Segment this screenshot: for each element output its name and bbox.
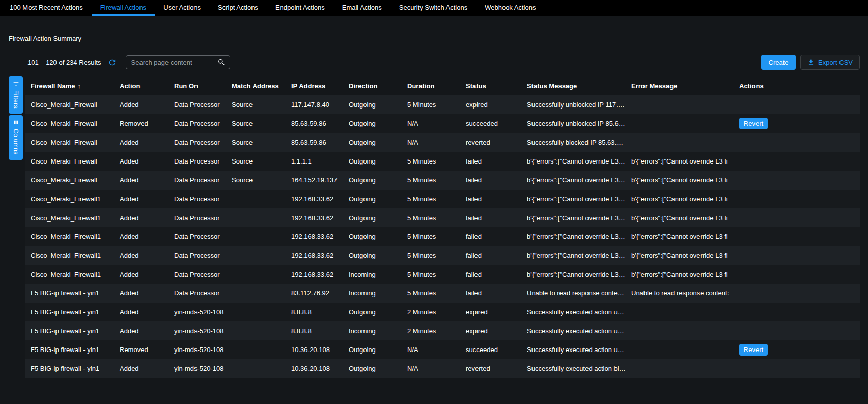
cell-status: failed <box>461 171 522 190</box>
cell-status: failed <box>461 265 522 284</box>
revert-button[interactable]: Revert <box>739 344 768 356</box>
cell-duration: 5 Minutes <box>402 190 461 208</box>
tab-webhook-actions[interactable]: Webhook Actions <box>476 0 544 16</box>
tab-firewall-actions[interactable]: Firewall Actions <box>92 0 155 16</box>
cell-direction: Outgoing <box>344 114 402 133</box>
cell-error-message: b'{"errors":["Cannot override L3 fi <box>626 246 734 265</box>
column-header-firewall-name[interactable]: Firewall Name ↑ <box>25 76 115 95</box>
cell-firewall-name: F5 BIG-ip firewall - yin1 <box>25 359 115 378</box>
cell-ip-address: 117.147.8.40 <box>286 95 344 114</box>
cell-duration: 5 Minutes <box>402 95 461 114</box>
cell-actions <box>734 321 860 340</box>
search-input[interactable] <box>131 59 217 66</box>
cell-direction: Outgoing <box>344 152 402 171</box>
column-header-status-message[interactable]: Status Message <box>522 76 626 95</box>
cell-ip-address: 192.168.33.62 <box>286 208 344 227</box>
cell-status: succeeded <box>461 114 522 133</box>
column-header-action[interactable]: Action <box>115 76 169 95</box>
cell-status-message: b'{"errors":["Cannot override L3… <box>522 208 626 227</box>
cell-duration: 5 Minutes <box>402 246 461 265</box>
tab-100-most-recent-actions[interactable]: 100 Most Recent Actions <box>1 0 92 16</box>
results-count: 101 – 120 of 234 Results <box>27 59 101 66</box>
filters-panel-tab[interactable]: Filters <box>9 76 23 114</box>
cell-match-address <box>227 246 286 265</box>
cell-run-on: yin-mds-520-108 <box>169 303 227 321</box>
cell-action: Added <box>115 171 169 190</box>
cell-run-on: yin-mds-520-108 <box>169 359 227 378</box>
column-header-direction[interactable]: Direction <box>344 76 402 95</box>
tab-script-actions[interactable]: Script Actions <box>209 0 267 16</box>
column-header-duration[interactable]: Duration <box>402 76 461 95</box>
cell-actions <box>734 208 860 227</box>
cell-actions <box>734 284 860 303</box>
cell-run-on: Data Processor <box>169 227 227 246</box>
cell-ip-address: 10.36.20.108 <box>286 359 344 378</box>
cell-ip-address: 10.36.20.108 <box>286 340 344 359</box>
cell-firewall-name: Cisco_Meraki_Firewall <box>25 95 115 114</box>
column-header-run-on[interactable]: Run On <box>169 76 227 95</box>
cell-status: failed <box>461 190 522 208</box>
cell-action: Added <box>115 152 169 171</box>
cell-firewall-name: Cisco_Meraki_Firewall1 <box>25 190 115 208</box>
tab-user-actions[interactable]: User Actions <box>155 0 209 16</box>
tab-email-actions[interactable]: Email Actions <box>333 0 390 16</box>
tab-endpoint-actions[interactable]: Endpoint Actions <box>267 0 333 16</box>
cell-ip-address: 192.168.33.62 <box>286 227 344 246</box>
cell-run-on: Data Processor <box>169 190 227 208</box>
cell-status: failed <box>461 152 522 171</box>
table-row: Cisco_Meraki_Firewall1 Added Data Proces… <box>25 246 860 265</box>
cell-actions: Revert <box>734 340 860 359</box>
create-button[interactable]: Create <box>761 55 796 70</box>
cell-match-address: Source <box>227 171 286 190</box>
cell-firewall-name: Cisco_Meraki_Firewall1 <box>25 227 115 246</box>
cell-actions <box>734 95 860 114</box>
cell-ip-address: 85.63.59.86 <box>286 114 344 133</box>
cell-action: Added <box>115 303 169 321</box>
cell-match-address <box>227 190 286 208</box>
cell-error-message <box>626 133 734 152</box>
table-row: Cisco_Meraki_Firewall Added Data Process… <box>25 152 860 171</box>
cell-duration: 5 Minutes <box>402 152 461 171</box>
cell-duration: 2 Minutes <box>402 303 461 321</box>
column-header-error-message[interactable]: Error Message <box>626 76 734 95</box>
cell-action: Added <box>115 321 169 340</box>
cell-status: expired <box>461 321 522 340</box>
cell-status: failed <box>461 284 522 303</box>
revert-button[interactable]: Revert <box>739 118 768 129</box>
column-header-ip-address[interactable]: IP Address <box>286 76 344 95</box>
column-header-match-address[interactable]: Match Address <box>227 76 286 95</box>
cell-direction: Outgoing <box>344 227 402 246</box>
cell-direction: Outgoing <box>344 95 402 114</box>
cell-action: Removed <box>115 114 169 133</box>
cell-status-message: b'{"errors":["Cannot override L3… <box>522 190 626 208</box>
columns-panel-tab[interactable]: Columns <box>9 115 23 160</box>
cell-direction: Incoming <box>344 321 402 340</box>
cell-run-on: Data Processor <box>169 95 227 114</box>
cell-run-on: yin-mds-520-108 <box>169 340 227 359</box>
tab-security-switch-actions[interactable]: Security Switch Actions <box>390 0 476 16</box>
cell-duration: 5 Minutes <box>402 171 461 190</box>
cell-duration: 5 Minutes <box>402 265 461 284</box>
cell-firewall-name: Cisco_Meraki_Firewall1 <box>25 246 115 265</box>
firewall-actions-table: Firewall Name ↑ Action Run On Match Addr… <box>25 76 860 378</box>
cell-firewall-name: Cisco_Meraki_Firewall <box>25 114 115 133</box>
export-csv-button[interactable]: Export CSV <box>800 55 860 70</box>
search-icon <box>217 58 226 66</box>
cell-status-message: Successfully executed action bl… <box>522 359 626 378</box>
cell-match-address <box>227 208 286 227</box>
cell-action: Added <box>115 95 169 114</box>
cell-duration: 2 Minutes <box>402 321 461 340</box>
cell-action: Added <box>115 246 169 265</box>
cell-direction: Outgoing <box>344 340 402 359</box>
search-button[interactable] <box>217 58 226 66</box>
cell-run-on: Data Processor <box>169 284 227 303</box>
cell-duration: 5 Minutes <box>402 227 461 246</box>
cell-direction: Incoming <box>344 284 402 303</box>
cell-action: Added <box>115 190 169 208</box>
cell-error-message: b'{"errors":["Cannot override L3 fi <box>626 265 734 284</box>
cell-run-on: Data Processor <box>169 246 227 265</box>
cell-error-message: Unable to read response content: <box>626 284 734 303</box>
refresh-button[interactable] <box>107 57 118 67</box>
cell-error-message <box>626 303 734 321</box>
column-header-status[interactable]: Status <box>461 76 522 95</box>
